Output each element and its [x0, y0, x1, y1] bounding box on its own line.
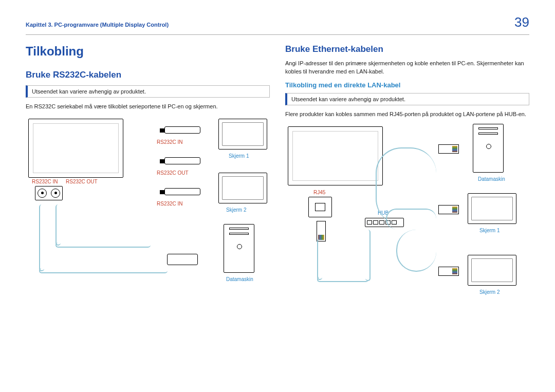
body-ethernet-intro: Angi IP-adresser til den primære skjerme…: [285, 60, 529, 76]
cable-icon: [55, 204, 61, 246]
cable-icon: [365, 230, 371, 281]
cable-icon: [396, 230, 436, 272]
label-rs-in-b: RS232C IN: [157, 139, 183, 145]
cable-icon: [386, 209, 436, 229]
rj45-plug-icon: [438, 267, 459, 276]
cable-icon: [39, 204, 44, 271]
header-divider: [26, 34, 529, 35]
label-rj45: RJ45: [313, 190, 325, 195]
rj45-plug-icon: [317, 221, 326, 241]
monitor-back-icon: [288, 126, 383, 185]
label-pc-right: Datamaskin: [478, 176, 505, 182]
cable-icon: [317, 239, 322, 280]
label-screen1: Skjerm 1: [229, 153, 249, 159]
note-appearance-right: Utseendet kan variere avhengig av produk…: [285, 93, 529, 105]
note-appearance-left: Utseendet kan variere avhengig av produk…: [26, 85, 270, 98]
jack-3-icon: [164, 188, 200, 195]
cable-icon: [39, 268, 168, 273]
rj45-port-icon: [308, 197, 332, 217]
two-column-layout: Tilkobling Bruke RS232C-kabelen Utseende…: [26, 44, 529, 329]
page-number: 39: [514, 14, 529, 30]
chapter-label: Kapittel 3. PC-programvare (Multiple Dis…: [26, 22, 169, 28]
subsection-ethernet: Bruke Ethernet-kabelen: [285, 44, 529, 54]
label-screen2-right: Skjerm 2: [479, 289, 499, 295]
rj45-plug-icon: [438, 144, 459, 154]
label-datamaskin-left: Datamaskin: [226, 276, 253, 282]
manual-page: Kapittel 3. PC-programvare (Multiple Dis…: [0, 0, 555, 392]
cable-icon: [317, 277, 368, 282]
left-column: Tilkobling Bruke RS232C-kabelen Utseende…: [26, 44, 270, 329]
right-column: Bruke Ethernet-kabelen Angi IP-adresser …: [285, 44, 529, 329]
screen-1-icon: [218, 119, 267, 150]
label-rs-in-a: RS232C IN: [32, 179, 58, 184]
pc-tower-icon: [224, 224, 254, 273]
label-screen1-right: Skjerm 1: [479, 228, 499, 233]
screen-2-icon: [218, 173, 267, 203]
jack-2-icon: [164, 157, 200, 164]
label-rs-out-b: RS232C OUT: [157, 170, 189, 176]
label-rs-in-c: RS232C IN: [157, 201, 183, 207]
page-header: Kapittel 3. PC-programvare (Multiple Dis…: [26, 14, 529, 30]
screen-2-icon: [468, 255, 516, 286]
jack-1-icon: [164, 126, 200, 134]
vga-connector-icon: [167, 254, 198, 265]
screen-1-icon: [468, 193, 516, 224]
port-pair-icon: [35, 186, 63, 200]
monitor-back-icon: [28, 119, 123, 178]
diagram-ethernet: RJ45 Datamaskin Skjerm 1 Skjerm 2: [285, 124, 529, 329]
subsection-rs232c: Bruke RS232C-kabelen: [26, 70, 270, 80]
rj45-plug-icon: [438, 205, 459, 214]
label-rs-out-a: RS232C OUT: [66, 179, 98, 184]
body-rs232c: En RS232C seriekabel må være tilkoblet s…: [26, 103, 270, 111]
body-lan: Flere produkter kan kobles sammen med RJ…: [285, 110, 529, 119]
section-title: Tilkobling: [26, 44, 270, 59]
cable-icon: [55, 242, 151, 248]
subsubsection-lan: Tilkobling med en direkte LAN-kabel: [285, 81, 529, 89]
pc-tower-icon: [473, 124, 504, 173]
label-screen2: Skjerm 2: [226, 207, 246, 213]
diagram-rs232c: Skjerm 1 Skjerm 2 RS232C IN RS232C OUT R…: [26, 116, 270, 296]
